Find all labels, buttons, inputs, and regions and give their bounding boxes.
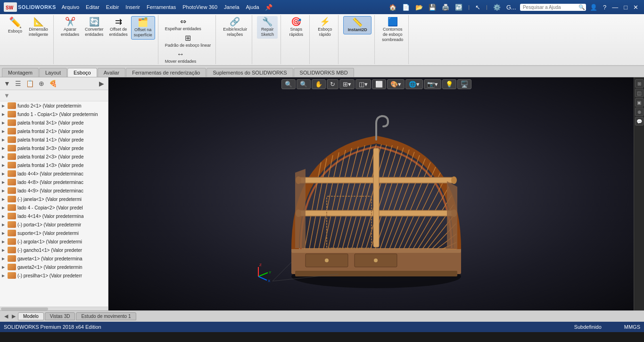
tree-item-label: (-) argola<1> (Valor predetermi	[17, 239, 82, 244]
tree-target-icon[interactable]: ⊕	[37, 79, 46, 88]
tree-item[interactable]: ▶ paleta frontal 3<1> (Valor prede	[0, 118, 108, 127]
tree-filter-icon[interactable]: ▼	[2, 79, 12, 88]
padrao-button[interactable]: ⊞ Padrão de esboço linear	[163, 33, 213, 49]
maximize-icon[interactable]: □	[622, 3, 629, 12]
help-icon[interactable]: ?	[601, 3, 608, 12]
tree-expand-btn[interactable]: ▶	[97, 79, 106, 88]
vp-rotate-btn[interactable]: ↻	[327, 79, 339, 89]
bottom-prev-btn[interactable]: ◀	[3, 313, 9, 320]
tree-item[interactable]: ▶ lado 4<14> (Valor predetermina	[0, 212, 108, 220]
right-panel-btn-2[interactable]: ◫	[635, 89, 644, 97]
menu-janela[interactable]: Janela	[221, 3, 242, 11]
vp-camera-btn[interactable]: 📷▾	[424, 79, 441, 89]
offset-button[interactable]: ⇉ Offset deentidades	[107, 16, 130, 39]
tree-item[interactable]: ▶ (-) janela<1> (Valor predetermi	[0, 195, 108, 203]
tree-item[interactable]: ▶ gaveta2<1> (Valor predetermin	[0, 263, 108, 271]
tree-item[interactable]: ▶ suporte<1> (Valor predetermi	[0, 229, 108, 237]
tree-item[interactable]: ▶ fundo 2<1> (Valor predetermin	[0, 101, 108, 110]
dimensao-button[interactable]: 📐 Dimensãointeligente	[26, 16, 50, 39]
vp-render-btn[interactable]: 🖥️	[457, 79, 471, 89]
new-icon[interactable]: 📄	[400, 3, 412, 12]
bottom-next-btn[interactable]: ▶	[10, 313, 17, 320]
tab-esboço[interactable]: Esboço	[67, 68, 97, 77]
repair-sketch-button[interactable]: 🔧 RepairSketch	[257, 16, 278, 39]
vp-appearance-btn[interactable]: 🎨▾	[387, 79, 405, 89]
tree-item[interactable]: ▶ fundo 1 - Copia<1> (Valor predetermin	[0, 110, 108, 118]
user-icon[interactable]: 👤	[588, 3, 599, 12]
tree-chart-icon[interactable]: 🍕	[47, 79, 59, 88]
tree-item[interactable]: ▶ paleta frontal 3<3> (Valor prede	[0, 144, 108, 152]
menu-inserir[interactable]: Inserir	[123, 3, 143, 11]
right-panel-btn-5[interactable]: 💬	[635, 117, 644, 125]
tab-ferramentas-renderizacao[interactable]: Ferramentas de renderização	[126, 68, 206, 77]
esboço-button[interactable]: ✏️ Esboço	[5, 16, 25, 35]
vp-view-options-btn[interactable]: ⊞▾	[339, 79, 355, 89]
menu-photoview[interactable]: PhotoView 360	[180, 3, 220, 11]
tab-montagem[interactable]: Montagem	[2, 68, 39, 77]
svg-text:SW: SW	[6, 5, 14, 10]
tree-item[interactable]: ▶ paleta frontal 2<1> (Valor prede	[0, 127, 108, 135]
instant2d-button[interactable]: 📏 Instant2D	[343, 16, 372, 34]
menu-ajuda[interactable]: Ajuda	[243, 3, 262, 11]
right-panel-btn-3[interactable]: ▣	[635, 98, 644, 107]
tree-item[interactable]: ▶ lado 4<8> (Valor predeterminac	[0, 178, 108, 186]
contornos-button[interactable]: 🟦 Contornosde esboçosombreado	[380, 16, 405, 43]
tree-list-icon[interactable]: ☰	[13, 79, 23, 88]
settings-icon[interactable]: ⚙️	[491, 3, 503, 12]
pointer-icon[interactable]: ↖	[473, 3, 482, 12]
snaps-button[interactable]: 🎯 Snapsrápidos	[286, 16, 306, 39]
tab-mbd[interactable]: SOLIDWORKS MBD	[294, 68, 354, 77]
bottom-tab-vistas3d[interactable]: Vistas 3D	[45, 312, 75, 320]
print-icon[interactable]: 🖨️	[440, 3, 451, 12]
home-icon[interactable]: 🏠	[387, 3, 398, 12]
bottom-tab-estudo[interactable]: Estudo de movimento 1	[76, 312, 136, 320]
tree-hscrollbar[interactable]	[0, 307, 108, 310]
save-icon[interactable]: 💾	[427, 3, 438, 12]
svg-line-33	[418, 195, 452, 249]
tab-avaliar[interactable]: Avaliar	[98, 68, 125, 77]
menu-editar[interactable]: Editar	[83, 3, 102, 11]
exibir-relacoes-button[interactable]: 🔗 Exibir/excluirrelações	[221, 16, 249, 39]
tree-item[interactable]: ▶ (-) porta<1> (Valor predetermir	[0, 220, 108, 229]
extra-icon[interactable]: G...	[504, 3, 518, 12]
undo-icon[interactable]: ↩️	[453, 3, 464, 12]
tree-item[interactable]: ▶ paleta frontal 1<3> (Valor prede	[0, 161, 108, 169]
tree-item[interactable]: ▶ lado 4<4> (Valor predeterminac	[0, 169, 108, 178]
tree-item[interactable]: ▶ (-) argola<1> (Valor predetermi	[0, 237, 108, 246]
open-icon[interactable]: 📂	[413, 3, 425, 12]
esboço-rapido-button[interactable]: ⚡ Esboçorápido	[314, 16, 335, 39]
search-input[interactable]	[520, 4, 586, 11]
filter-icon[interactable]: ▼	[2, 91, 12, 100]
tree-item[interactable]: ▶ (-) presilha<1> (Valor predeterr	[0, 271, 108, 280]
close-icon[interactable]: ✕	[631, 3, 640, 12]
tree-item[interactable]: ▶ lado 4 - Copia<2> (Valor predel	[0, 203, 108, 212]
offset-sup-button[interactable]: 🗂️ Offset nasuperfície	[131, 16, 155, 40]
tree-item[interactable]: ▶ gaveta<1> (Valor predetermina	[0, 254, 108, 263]
mover-button[interactable]: ↔ Mover entidades	[163, 49, 198, 65]
menu-ferramentas[interactable]: Ferramentas	[144, 3, 179, 11]
tree-item[interactable]: ▶ paleta frontal 1<1> (Valor prede	[0, 135, 108, 144]
bottom-tab-modelo[interactable]: Modelo	[18, 312, 44, 320]
tree-item[interactable]: ▶ (-) gancho1<1> (Valor predeter	[0, 246, 108, 254]
search-button[interactable]: 🔍	[578, 4, 585, 10]
tab-suplementos[interactable]: Suplementos do SOLIDWORKS	[206, 68, 293, 77]
vp-zoom-out-btn[interactable]: 🔍	[297, 79, 311, 89]
vp-section-btn[interactable]: ⬜	[372, 79, 386, 89]
vp-pan-btn[interactable]: ✋	[312, 79, 326, 89]
tree-item[interactable]: ▶ paleta frontal 2<3> (Valor prede	[0, 152, 108, 161]
espelhar-button[interactable]: ⇔ Espelhar entidades	[163, 16, 203, 32]
tab-layout[interactable]: Layout	[39, 68, 67, 77]
converter-button[interactable]: 🔄 Converterentidades	[83, 16, 106, 39]
right-panel-btn-4[interactable]: ⊕	[635, 108, 644, 116]
menu-exibir[interactable]: Exibir	[103, 3, 122, 11]
minimize-icon[interactable]: —	[610, 3, 620, 12]
vp-scene-btn[interactable]: 🌐▾	[405, 79, 423, 89]
tree-item[interactable]: ▶ lado 4<9> (Valor predeterminac	[0, 186, 108, 195]
menu-arquivo[interactable]: Arquivo	[59, 3, 82, 11]
3d-viewport[interactable]: 🔍 🔍 ✋ ↻ ⊞▾ ◫▾ ⬜ 🎨▾ 🌐▾ 📷▾ 💡 🖥️	[108, 77, 644, 310]
aparar-button[interactable]: ✂️ Apararentidades	[58, 16, 82, 39]
vp-zoom-in-btn[interactable]: 🔍	[281, 79, 296, 89]
tree-props-icon[interactable]: 📋	[24, 79, 36, 88]
vp-lights-btn[interactable]: 💡	[442, 79, 456, 89]
vp-display-btn[interactable]: ◫▾	[355, 79, 371, 89]
